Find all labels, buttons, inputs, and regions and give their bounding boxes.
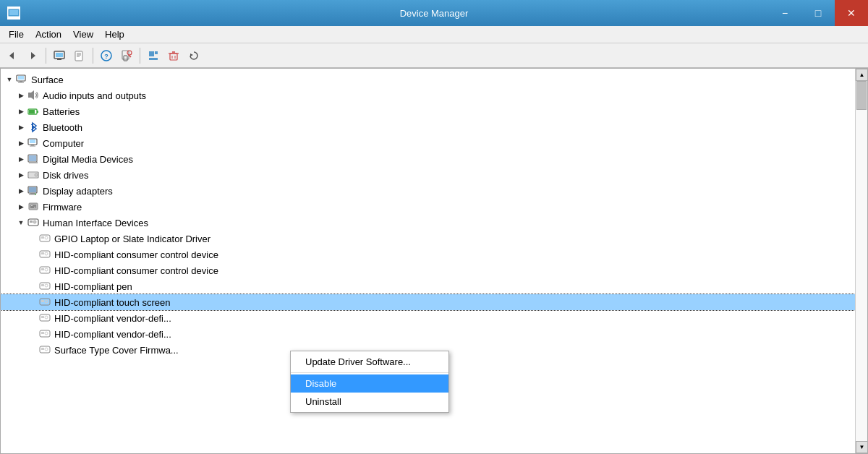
scrollbar-up-button[interactable]: ▲ <box>856 69 868 81</box>
context-menu-uninstall[interactable]: Uninstall <box>291 393 448 411</box>
tree-item-hid-consumer-2[interactable]: HID-compliant consumer control device <box>1 262 855 278</box>
maximize-button[interactable]: □ <box>801 0 835 26</box>
hid-consumer-1-icon <box>38 248 51 261</box>
svg-rect-1 <box>9 10 18 15</box>
svg-point-75 <box>45 284 48 287</box>
hid-touchscreen-icon <box>38 296 51 309</box>
menu-file[interactable]: File <box>3 27 30 41</box>
tree-item-hid[interactable]: ▼ Human Interface Devices <box>1 215 855 231</box>
batteries-label: Batteries <box>43 106 80 117</box>
hid-vendor-2-icon <box>38 327 51 340</box>
svg-rect-74 <box>41 284 44 286</box>
action3-button[interactable] <box>184 46 203 65</box>
forward-button[interactable] <box>23 46 42 65</box>
expand-arrow-audio[interactable]: ▶ <box>15 90 27 101</box>
svg-point-66 <box>45 236 48 239</box>
svg-rect-7 <box>56 53 63 57</box>
scrollbar-down-button[interactable]: ▼ <box>856 441 868 453</box>
gpio-label: GPIO Laptop or Slate Indicator Driver <box>54 234 210 244</box>
action2-button[interactable] <box>164 46 183 65</box>
tree-item-batteries[interactable]: ▶ Batteries <box>1 103 855 119</box>
back-button[interactable] <box>3 46 22 65</box>
tree-item-hid-vendor-1[interactable]: HID-compliant vendor-defi... <box>1 310 855 326</box>
svg-rect-52 <box>30 193 35 194</box>
title-bar-title: Device Manager <box>400 8 469 19</box>
tree-item-computer[interactable]: ▶ Computer <box>1 135 855 151</box>
menu-view[interactable]: View <box>67 27 99 41</box>
tree-item-bluetooth[interactable]: ▶ Bluetooth <box>1 119 855 135</box>
menu-help[interactable]: Help <box>99 27 130 41</box>
toolbar-sep-2 <box>93 48 93 64</box>
scan-button[interactable] <box>117 46 136 65</box>
hid-pen-label: HID-compliant pen <box>54 281 132 292</box>
firmware-label: Firmware <box>43 202 82 213</box>
drivers-button[interactable] <box>70 46 89 65</box>
svg-rect-83 <box>41 332 44 334</box>
svg-rect-71 <box>41 268 44 270</box>
svg-rect-45 <box>29 162 38 163</box>
scrollbar[interactable]: ▲ ▼ <box>855 69 867 453</box>
hid-consumer-2-icon <box>38 264 51 277</box>
expand-arrow-surface[interactable]: ▼ <box>4 74 15 85</box>
tree-item-surface[interactable]: ▼ Surface <box>1 72 855 87</box>
svg-rect-41 <box>31 145 34 146</box>
main-area: ▼ Surface ▶ Au <box>0 68 868 454</box>
svg-point-81 <box>45 316 48 319</box>
svg-rect-2 <box>12 17 16 18</box>
expand-arrow-display-adapters[interactable]: ▶ <box>15 185 27 197</box>
properties-button[interactable] <box>50 46 69 65</box>
svg-rect-8 <box>57 59 61 60</box>
computer-label: Computer <box>43 138 84 149</box>
svg-rect-60 <box>30 220 33 223</box>
context-menu-disable[interactable]: Disable <box>291 374 448 393</box>
svg-rect-22 <box>170 53 177 60</box>
svg-rect-34 <box>37 111 38 113</box>
svg-rect-16 <box>124 56 127 61</box>
expand-arrow-firmware[interactable]: ▶ <box>15 201 27 213</box>
tree-item-hid-pen[interactable]: HID-compliant pen <box>1 278 855 294</box>
svg-rect-56 <box>30 205 36 208</box>
context-menu-update-driver[interactable]: Update Driver Software... <box>291 353 448 371</box>
expand-arrow-computer[interactable]: ▶ <box>15 137 27 149</box>
svg-point-72 <box>45 268 48 271</box>
expand-arrow-bluetooth[interactable]: ▶ <box>15 121 27 133</box>
context-menu-sep-1 <box>291 372 448 373</box>
expand-arrow-digital-media[interactable]: ▶ <box>15 153 27 165</box>
tree-item-gpio[interactable]: GPIO Laptop or Slate Indicator Driver <box>1 231 855 247</box>
gpio-icon <box>38 232 51 245</box>
battery-icon <box>27 105 40 118</box>
svg-point-84 <box>45 332 48 335</box>
tree-item-hid-vendor-2[interactable]: HID-compliant vendor-defi... <box>1 326 855 342</box>
hid-vendor-1-icon <box>38 312 51 325</box>
hid-icon <box>27 216 40 229</box>
tree-item-hid-consumer-1[interactable]: HID-compliant consumer control device <box>1 247 855 262</box>
tree-item-display-adapters[interactable]: ▶ Display adapters <box>1 183 855 199</box>
display-adapters-icon <box>27 184 40 197</box>
scrollbar-thumb[interactable] <box>856 81 867 110</box>
expand-arrow-batteries[interactable]: ▶ <box>15 106 27 117</box>
tree-item-audio[interactable]: ▶ Audio inputs and outputs <box>1 87 855 103</box>
tree-item-disk-drives[interactable]: ▶ Disk drives <box>1 167 855 183</box>
svg-rect-80 <box>41 316 44 318</box>
tree-item-hid-touchscreen[interactable]: HID-compliant touch screen <box>1 294 855 310</box>
svg-rect-44 <box>29 155 36 161</box>
toolbar-sep-3 <box>140 48 140 64</box>
svg-point-49 <box>36 175 37 176</box>
expand-arrow-hid[interactable]: ▼ <box>15 217 27 228</box>
title-bar: Device Manager − □ ✕ <box>0 0 868 26</box>
tree-item-firmware[interactable]: ▶ Firmware <box>1 199 855 215</box>
scrollbar-track-inner[interactable] <box>856 81 867 441</box>
close-button[interactable]: ✕ <box>835 0 868 26</box>
svg-rect-51 <box>29 187 36 192</box>
help-button[interactable]: ? <box>97 46 116 65</box>
action1-button[interactable] <box>144 46 163 65</box>
tree-item-digital-media[interactable]: ▶ Digital Media Devices <box>1 151 855 167</box>
minimize-button[interactable]: − <box>768 0 801 26</box>
expand-arrow-disk-drives[interactable]: ▶ <box>15 169 27 181</box>
menu-action[interactable]: Action <box>30 27 67 41</box>
surface-type-cover-label: Surface Type Cover Firmwa... <box>54 345 179 356</box>
svg-rect-21 <box>149 58 158 60</box>
app-icon <box>7 7 20 20</box>
digital-media-icon <box>27 153 40 166</box>
menu-bar: File Action View Help <box>0 26 868 43</box>
